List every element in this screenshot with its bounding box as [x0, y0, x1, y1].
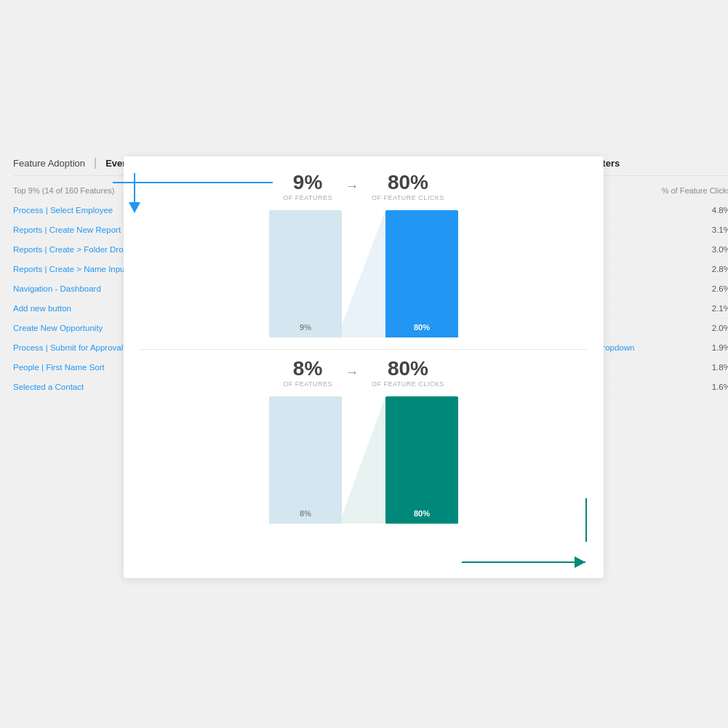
bottom-stat-right-label: OF FEATURE CLICKS: [372, 380, 444, 388]
feature-value: 2.1%: [702, 304, 728, 313]
top-stat-right-label: OF FEATURE CLICKS: [372, 194, 444, 201]
feature-value: 3.1%: [702, 225, 728, 234]
top-stat-left: 9% OF FEATURES: [283, 171, 332, 201]
bottom-bar-left-label: 8%: [300, 509, 311, 518]
page-container: Feature Adoption | Everyone Top 9% (14 o…: [0, 0, 728, 728]
top-chart-section: 9% OF FEATURES → 80% OF FEATURE CLICKS 9…: [140, 171, 588, 337]
left-panel-title: Feature Adoption: [13, 158, 85, 169]
bottom-chart-section: 8% OF FEATURES → 80% OF FEATURE CLICKS 8…: [140, 357, 588, 524]
svg-marker-7: [342, 396, 385, 524]
top-bar-left: 9%: [269, 210, 342, 337]
bottom-stat-left: 8% OF FEATURES: [283, 357, 332, 388]
feature-link[interactable]: Process | Select Employee: [13, 206, 113, 215]
bottom-bar-right: 80%: [385, 396, 458, 524]
feature-link[interactable]: Create New Opportunity: [13, 324, 103, 332]
feature-link[interactable]: Selected a Contact: [13, 383, 84, 391]
feature-link[interactable]: Navigation - Dashboard: [13, 284, 101, 293]
feature-link[interactable]: People | First Name Sort: [13, 363, 105, 372]
center-divider: [140, 349, 588, 350]
left-subheader-left: Top 9% (14 of 160 Features): [13, 186, 114, 195]
bottom-bar-chart: 8% 80%: [269, 396, 458, 524]
feature-value: 1.9%: [702, 343, 728, 352]
svg-marker-1: [129, 202, 140, 213]
right-subheader-right: % of Feature Clicks: [662, 186, 728, 195]
center-card: 9% OF FEATURES → 80% OF FEATURE CLICKS 9…: [124, 156, 604, 578]
bottom-stats: 8% OF FEATURES → 80% OF FEATURE CLICKS: [140, 357, 588, 388]
top-stat-left-label: OF FEATURES: [283, 194, 332, 201]
feature-value: 2.6%: [702, 284, 728, 293]
feature-value: 3.0%: [702, 245, 728, 254]
connector-line-right: [585, 498, 587, 545]
top-arrow-right: →: [345, 179, 359, 194]
feature-value: 1.6%: [702, 383, 728, 391]
feature-link[interactable]: Reports | Create New Report: [13, 225, 121, 234]
top-stat-right-number: 80%: [372, 171, 444, 194]
svg-marker-6: [342, 210, 385, 337]
bottom-bar-left: 8%: [269, 396, 342, 524]
feature-link[interactable]: Reports | Create > Name Input: [13, 265, 127, 273]
top-bar-chart: 9% 80%: [269, 210, 458, 337]
bottom-stat-right-number: 80%: [372, 357, 444, 380]
top-bar-right-label: 80%: [414, 323, 430, 332]
feature-value: 4.8%: [702, 206, 728, 215]
feature-link[interactable]: Add new button: [13, 304, 71, 313]
feature-value: 2.0%: [702, 324, 728, 332]
top-bar-connector: [342, 210, 385, 337]
down-arrow-left: [113, 173, 156, 220]
left-panel-divider: |: [94, 156, 97, 169]
bottom-stat-right: 80% OF FEATURE CLICKS: [372, 357, 444, 388]
up-arrow-right: [462, 540, 607, 587]
top-stat-left-number: 9%: [283, 171, 332, 194]
bottom-arrow-right: →: [345, 365, 359, 380]
svg-marker-4: [575, 556, 585, 568]
bottom-bar-connector: [342, 396, 385, 524]
top-bar-right: 80%: [385, 210, 458, 337]
feature-value: 1.8%: [702, 363, 728, 372]
feature-value: 2.8%: [702, 265, 728, 273]
bottom-stat-left-label: OF FEATURES: [283, 380, 332, 388]
bottom-bar-right-label: 80%: [414, 509, 430, 518]
top-bar-left-label: 9%: [300, 323, 311, 332]
bottom-stat-left-number: 8%: [283, 357, 332, 380]
feature-link[interactable]: Process | Submit for Approval: [13, 343, 123, 352]
top-stat-right: 80% OF FEATURE CLICKS: [372, 171, 444, 201]
